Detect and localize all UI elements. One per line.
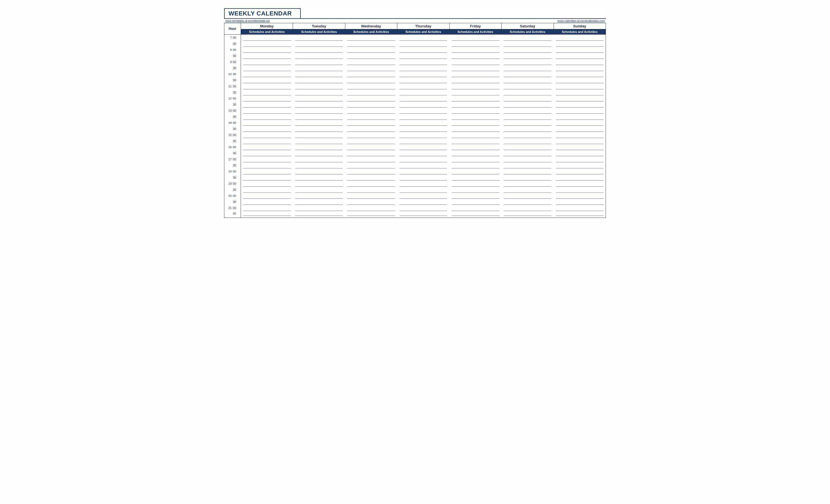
schedule-cell[interactable]: [449, 211, 501, 218]
schedule-cell[interactable]: [345, 193, 397, 199]
schedule-cell[interactable]: [553, 120, 606, 126]
schedule-cell[interactable]: [345, 95, 397, 101]
schedule-cell[interactable]: [449, 138, 501, 144]
schedule-cell[interactable]: [397, 162, 449, 168]
schedule-cell[interactable]: [345, 114, 397, 120]
schedule-cell[interactable]: [397, 83, 449, 89]
schedule-cell[interactable]: [553, 71, 606, 77]
schedule-cell[interactable]: [345, 144, 397, 150]
schedule-cell[interactable]: [397, 180, 449, 187]
more-templates-link[interactable]: more templates at exceltemplate.net: [225, 19, 270, 23]
schedule-cell[interactable]: [345, 47, 397, 53]
schedule-cell[interactable]: [553, 156, 606, 162]
schedule-cell[interactable]: [502, 199, 553, 205]
schedule-cell[interactable]: [397, 150, 449, 156]
schedule-cell[interactable]: [293, 193, 345, 199]
schedule-cell[interactable]: [345, 107, 397, 114]
schedule-cell[interactable]: [449, 168, 501, 174]
schedule-cell[interactable]: [553, 193, 606, 199]
schedule-cell[interactable]: [345, 77, 397, 83]
schedule-cell[interactable]: [397, 187, 449, 193]
schedule-cell[interactable]: [553, 180, 606, 187]
schedule-cell[interactable]: [241, 168, 293, 174]
schedule-cell[interactable]: [345, 180, 397, 187]
schedule-cell[interactable]: [502, 168, 553, 174]
schedule-cell[interactable]: [553, 126, 606, 132]
schedule-cell[interactable]: [397, 65, 449, 71]
schedule-cell[interactable]: [397, 47, 449, 53]
schedule-cell[interactable]: [449, 89, 501, 95]
schedule-cell[interactable]: [397, 77, 449, 83]
schedule-cell[interactable]: [502, 187, 553, 193]
schedule-cell[interactable]: [502, 211, 553, 218]
schedule-cell[interactable]: [293, 126, 345, 132]
schedule-cell[interactable]: [345, 187, 397, 193]
schedule-cell[interactable]: [241, 193, 293, 199]
schedule-cell[interactable]: [449, 101, 501, 107]
schedule-cell[interactable]: [397, 156, 449, 162]
schedule-cell[interactable]: [293, 150, 345, 156]
schedule-cell[interactable]: [502, 156, 553, 162]
schedule-cell[interactable]: [449, 53, 501, 59]
schedule-cell[interactable]: [397, 144, 449, 150]
schedule-cell[interactable]: [345, 199, 397, 205]
schedule-cell[interactable]: [293, 187, 345, 193]
schedule-cell[interactable]: [293, 95, 345, 101]
schedule-cell[interactable]: [293, 114, 345, 120]
schedule-cell[interactable]: [241, 138, 293, 144]
schedule-cell[interactable]: [449, 83, 501, 89]
schedule-cell[interactable]: [502, 65, 553, 71]
schedule-cell[interactable]: [293, 53, 345, 59]
schedule-cell[interactable]: [553, 59, 606, 65]
schedule-cell[interactable]: [553, 83, 606, 89]
schedule-cell[interactable]: [502, 83, 553, 89]
schedule-cell[interactable]: [449, 180, 501, 187]
schedule-cell[interactable]: [449, 156, 501, 162]
schedule-cell[interactable]: [553, 174, 606, 180]
schedule-cell[interactable]: [449, 77, 501, 83]
schedule-cell[interactable]: [345, 132, 397, 138]
schedule-cell[interactable]: [345, 89, 397, 95]
schedule-cell[interactable]: [502, 205, 553, 211]
schedule-cell[interactable]: [397, 114, 449, 120]
schedule-cell[interactable]: [502, 114, 553, 120]
schedule-cell[interactable]: [449, 71, 501, 77]
schedule-cell[interactable]: [502, 150, 553, 156]
schedule-cell[interactable]: [293, 89, 345, 95]
more-calendars-link[interactable]: more calendars at excelcalendars.com: [557, 19, 605, 23]
schedule-cell[interactable]: [397, 71, 449, 77]
schedule-cell[interactable]: [553, 89, 606, 95]
schedule-cell[interactable]: [449, 150, 501, 156]
schedule-cell[interactable]: [293, 107, 345, 114]
schedule-cell[interactable]: [241, 114, 293, 120]
schedule-cell[interactable]: [345, 65, 397, 71]
schedule-cell[interactable]: [293, 156, 345, 162]
schedule-cell[interactable]: [553, 132, 606, 138]
schedule-cell[interactable]: [553, 205, 606, 211]
schedule-cell[interactable]: [293, 205, 345, 211]
schedule-cell[interactable]: [553, 65, 606, 71]
schedule-cell[interactable]: [449, 144, 501, 150]
schedule-cell[interactable]: [449, 95, 501, 101]
schedule-cell[interactable]: [241, 59, 293, 65]
schedule-cell[interactable]: [502, 101, 553, 107]
schedule-cell[interactable]: [502, 138, 553, 144]
schedule-cell[interactable]: [553, 41, 606, 47]
schedule-cell[interactable]: [345, 101, 397, 107]
schedule-cell[interactable]: [293, 59, 345, 65]
schedule-cell[interactable]: [293, 174, 345, 180]
schedule-cell[interactable]: [293, 47, 345, 53]
schedule-cell[interactable]: [241, 41, 293, 47]
schedule-cell[interactable]: [553, 187, 606, 193]
schedule-cell[interactable]: [502, 120, 553, 126]
schedule-cell[interactable]: [553, 101, 606, 107]
schedule-cell[interactable]: [293, 83, 345, 89]
schedule-cell[interactable]: [241, 205, 293, 211]
schedule-cell[interactable]: [553, 211, 606, 218]
schedule-cell[interactable]: [397, 193, 449, 199]
schedule-cell[interactable]: [345, 126, 397, 132]
schedule-cell[interactable]: [293, 132, 345, 138]
schedule-cell[interactable]: [241, 120, 293, 126]
schedule-cell[interactable]: [293, 71, 345, 77]
schedule-cell[interactable]: [345, 138, 397, 144]
